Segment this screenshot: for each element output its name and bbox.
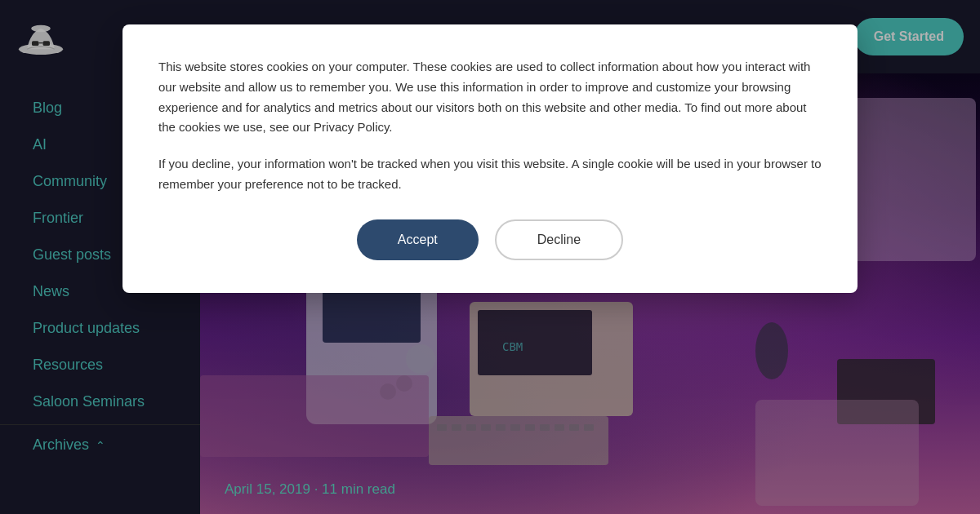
cookie-modal: This website stores cookies on your comp… [122, 24, 858, 293]
accept-button[interactable]: Accept [357, 219, 479, 260]
cookie-buttons: Accept Decline [158, 219, 822, 260]
cookie-paragraph-1: This website stores cookies on your comp… [158, 57, 822, 138]
modal-backdrop: This website stores cookies on your comp… [0, 0, 980, 514]
cookie-paragraph-2: If you decline, your information won't b… [158, 154, 822, 195]
decline-button[interactable]: Decline [495, 219, 623, 260]
